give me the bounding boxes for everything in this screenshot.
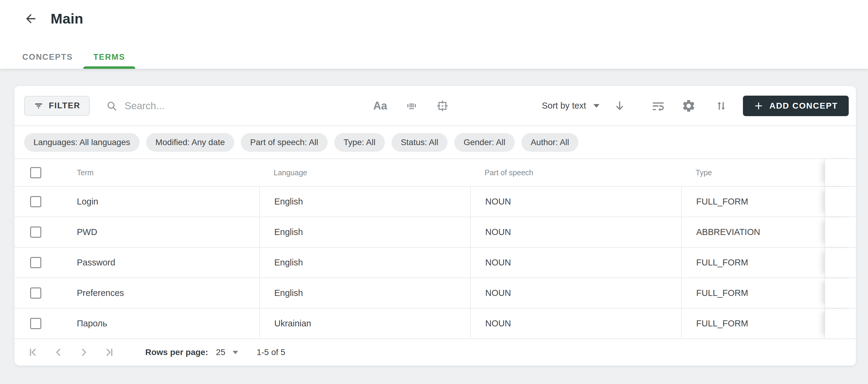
prev-page-icon[interactable] (52, 346, 65, 359)
language-cell: English (259, 248, 470, 277)
chip-status[interactable]: Status: All (392, 133, 448, 152)
column-header-term: Term (60, 159, 259, 186)
pagination-range: 1-5 of 5 (257, 348, 285, 357)
add-concept-label: ADD CONCEPT (770, 101, 838, 111)
app-header: Main CONCEPTS TERMS (0, 0, 868, 69)
search-box (106, 100, 344, 112)
back-arrow-icon (24, 12, 38, 26)
row-checkbox-cell (14, 308, 60, 338)
row-checkbox-cell (14, 187, 60, 216)
language-cell: English (259, 217, 470, 247)
pinned-cell (825, 187, 856, 216)
search-option-icons: Aa (373, 99, 449, 113)
table-header-row: Term Language Part of speech Type (14, 159, 856, 186)
language-cell: Ukrainian (259, 308, 470, 338)
plus-icon (754, 101, 764, 111)
part-of-speech-cell: NOUN (470, 187, 681, 216)
chip-languages[interactable]: Languages: All languages (24, 133, 140, 152)
swap-vertical-icon[interactable] (715, 99, 728, 113)
type-cell: ABBREVIATION (681, 217, 825, 247)
term-cell: PWD (60, 217, 259, 247)
chip-part-of-speech[interactable]: Part of speech: All (241, 133, 328, 152)
sort-direction-icon[interactable] (613, 99, 626, 112)
type-cell: FULL_FORM (681, 248, 825, 277)
filter-button-label: FILTER (49, 101, 80, 110)
table-row[interactable]: Login English NOUN FULL_FORM (14, 186, 856, 216)
pinned-cell (825, 217, 856, 247)
column-header-language: Language (259, 159, 470, 186)
match-case-icon[interactable]: Aa (373, 99, 387, 112)
settings-gear-icon[interactable] (681, 99, 696, 113)
filter-button[interactable]: FILTER (24, 96, 90, 116)
rows-per-page-label: Rows per page: (145, 348, 208, 357)
wrap-text-icon[interactable] (651, 99, 665, 113)
next-page-icon[interactable] (77, 346, 90, 359)
pinned-cell (825, 278, 856, 308)
focus-frame-icon[interactable] (435, 99, 450, 113)
filter-chips-row: Languages: All languages Modified: Any d… (14, 126, 856, 159)
part-of-speech-cell: NOUN (470, 217, 681, 247)
column-header-part-of-speech: Part of speech (470, 159, 681, 186)
last-page-icon[interactable] (102, 346, 116, 359)
row-checkbox[interactable] (30, 288, 41, 299)
pinned-cell (825, 308, 856, 338)
barcode-icon[interactable] (405, 99, 418, 113)
chip-gender[interactable]: Gender: All (454, 133, 515, 152)
chevron-down-icon[interactable] (593, 104, 599, 108)
type-cell: FULL_FORM (681, 308, 825, 338)
chip-modified[interactable]: Modified: Any date (146, 133, 234, 152)
part-of-speech-cell: NOUN (470, 308, 681, 338)
add-concept-button[interactable]: ADD CONCEPT (743, 96, 849, 116)
language-cell: English (259, 187, 470, 216)
part-of-speech-cell: NOUN (470, 248, 681, 277)
row-checkbox-cell (14, 217, 60, 247)
select-all-cell (14, 159, 60, 186)
column-header-type: Type (681, 159, 825, 186)
row-checkbox[interactable] (30, 227, 41, 238)
pinned-cell (825, 248, 856, 277)
toolbar: FILTER Aa (14, 86, 856, 126)
row-checkbox[interactable] (30, 196, 41, 207)
tab-terms[interactable]: TERMS (83, 45, 135, 69)
table-row[interactable]: PWD English NOUN ABBREVIATION (14, 216, 856, 247)
select-all-checkbox[interactable] (30, 167, 41, 178)
pagination-bar: Rows per page: 25 1-5 of 5 (14, 338, 856, 365)
back-button[interactable] (24, 11, 38, 26)
terminology-page: Main CONCEPTS TERMS FILTER (0, 0, 868, 384)
terms-table: Term Language Part of speech Type Login … (14, 159, 856, 338)
content-area: FILTER Aa (0, 69, 868, 384)
row-checkbox-cell (14, 278, 60, 308)
chip-type[interactable]: Type: All (334, 133, 385, 152)
term-cell: Пароль (60, 308, 259, 338)
tab-concepts[interactable]: CONCEPTS (12, 45, 83, 69)
type-cell: FULL_FORM (681, 187, 825, 216)
terms-card: FILTER Aa (14, 86, 856, 365)
table-row[interactable]: Password English NOUN FULL_FORM (14, 247, 856, 277)
first-page-icon[interactable] (27, 346, 40, 359)
search-icon (106, 100, 117, 112)
part-of-speech-cell: NOUN (470, 278, 681, 308)
row-checkbox[interactable] (30, 257, 41, 268)
page-title: Main (51, 10, 83, 27)
table-row[interactable]: Пароль Ukrainian NOUN FULL_FORM (14, 308, 856, 338)
table-row[interactable]: Preferences English NOUN FULL_FORM (14, 277, 856, 308)
term-cell: Password (60, 248, 259, 277)
title-row: Main (0, 0, 868, 27)
search-input[interactable] (124, 100, 344, 112)
term-cell: Preferences (60, 278, 259, 308)
filter-icon (34, 101, 43, 111)
rows-per-page-caret-icon[interactable] (233, 351, 238, 354)
term-cell: Login (60, 187, 259, 216)
row-checkbox[interactable] (30, 318, 41, 329)
toolbar-right-group: Sort by text (542, 96, 849, 116)
language-cell: English (259, 278, 470, 308)
type-cell: FULL_FORM (681, 278, 825, 308)
rows-per-page-value[interactable]: 25 (216, 348, 225, 357)
sort-by-dropdown[interactable]: Sort by text (542, 101, 586, 111)
tab-bar: CONCEPTS TERMS (12, 45, 135, 69)
row-checkbox-cell (14, 248, 60, 277)
pinned-column-header (825, 159, 856, 186)
chip-author[interactable]: Author: All (521, 133, 579, 152)
